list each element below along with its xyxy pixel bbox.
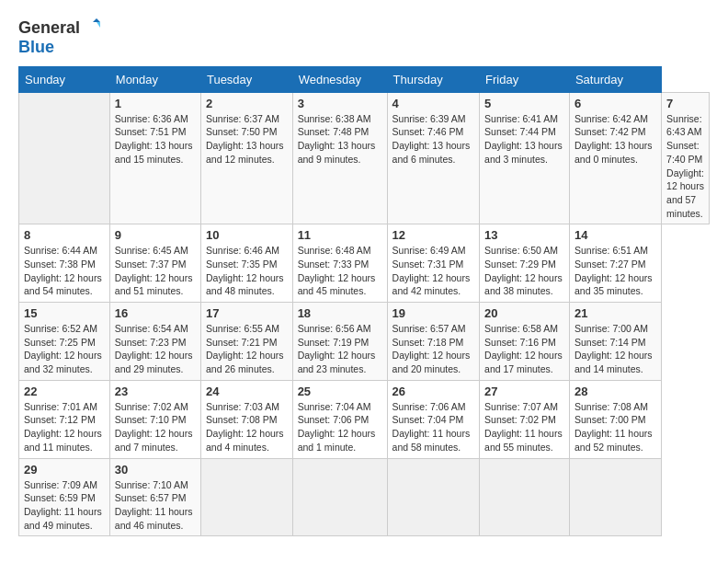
cell-content: Sunrise: 7:08 AM Sunset: 7:00 PM Dayligh… xyxy=(574,400,656,454)
day-number: 26 xyxy=(392,385,475,398)
cell-content: Sunrise: 7:07 AM Sunset: 7:02 PM Dayligh… xyxy=(484,400,564,454)
day-number: 2 xyxy=(206,97,288,110)
calendar-cell: 4Sunrise: 6:39 AM Sunset: 7:46 PM Daylig… xyxy=(387,92,480,224)
logo-general: General xyxy=(18,19,80,38)
cell-content: Sunrise: 6:46 AM Sunset: 7:35 PM Dayligh… xyxy=(206,244,288,298)
calendar-body: 1Sunrise: 6:36 AM Sunset: 7:51 PM Daylig… xyxy=(19,92,710,536)
calendar-cell: 14Sunrise: 6:51 AM Sunset: 7:27 PM Dayli… xyxy=(569,224,661,303)
day-number: 30 xyxy=(115,463,196,477)
calendar-cell: 21Sunrise: 7:00 AM Sunset: 7:14 PM Dayli… xyxy=(569,303,661,381)
calendar-cell: 10Sunrise: 6:46 AM Sunset: 7:35 PM Dayli… xyxy=(200,224,292,303)
calendar-cell: 22Sunrise: 7:01 AM Sunset: 7:12 PM Dayli… xyxy=(19,380,110,458)
calendar-cell: 20Sunrise: 6:58 AM Sunset: 7:16 PM Dayli… xyxy=(480,303,570,381)
calendar-header-row: SundayMondayTuesdayWednesdayThursdayFrid… xyxy=(19,66,710,92)
calendar-cell: 1Sunrise: 6:36 AM Sunset: 7:51 PM Daylig… xyxy=(109,92,200,224)
day-number: 3 xyxy=(298,97,382,110)
cell-content: Sunrise: 6:39 AM Sunset: 7:46 PM Dayligh… xyxy=(392,112,475,167)
day-number: 14 xyxy=(574,228,656,242)
page-header: General Blue xyxy=(18,18,710,57)
cell-content: Sunrise: 6:49 AM Sunset: 7:31 PM Dayligh… xyxy=(392,244,475,298)
calendar-cell: 3Sunrise: 6:38 AM Sunset: 7:48 PM Daylig… xyxy=(292,92,387,224)
cell-content: Sunrise: 6:57 AM Sunset: 7:18 PM Dayligh… xyxy=(392,322,475,376)
cell-content: Sunrise: 6:38 AM Sunset: 7:48 PM Dayligh… xyxy=(298,112,382,167)
day-number: 16 xyxy=(115,306,196,320)
cell-content: Sunrise: 6:45 AM Sunset: 7:37 PM Dayligh… xyxy=(115,244,196,298)
week-row-3: 15Sunrise: 6:52 AM Sunset: 7:25 PM Dayli… xyxy=(19,303,710,381)
day-number: 5 xyxy=(484,97,564,110)
calendar-cell: 24Sunrise: 7:03 AM Sunset: 7:08 PM Dayli… xyxy=(200,380,292,458)
cell-content: Sunrise: 6:56 AM Sunset: 7:19 PM Dayligh… xyxy=(298,322,382,376)
cell-content: Sunrise: 6:51 AM Sunset: 7:27 PM Dayligh… xyxy=(574,244,656,298)
calendar-cell: 8Sunrise: 6:44 AM Sunset: 7:38 PM Daylig… xyxy=(19,224,110,303)
calendar-cell: 23Sunrise: 7:02 AM Sunset: 7:10 PM Dayli… xyxy=(109,380,200,458)
day-number: 7 xyxy=(666,97,704,110)
day-number: 4 xyxy=(392,97,475,110)
week-row-2: 8Sunrise: 6:44 AM Sunset: 7:38 PM Daylig… xyxy=(19,224,710,303)
day-number: 8 xyxy=(24,228,105,242)
calendar-cell xyxy=(200,458,292,536)
day-number: 1 xyxy=(115,97,196,110)
column-header-friday: Friday xyxy=(480,66,570,92)
calendar-cell: 13Sunrise: 6:50 AM Sunset: 7:29 PM Dayli… xyxy=(480,224,570,303)
day-number: 25 xyxy=(298,385,382,398)
day-number: 23 xyxy=(115,385,196,398)
cell-content: Sunrise: 6:52 AM Sunset: 7:25 PM Dayligh… xyxy=(24,322,105,376)
calendar-cell: 26Sunrise: 7:06 AM Sunset: 7:04 PM Dayli… xyxy=(387,380,480,458)
cell-content: Sunrise: 7:01 AM Sunset: 7:12 PM Dayligh… xyxy=(24,400,105,454)
column-header-wednesday: Wednesday xyxy=(292,66,387,92)
calendar-cell: 25Sunrise: 7:04 AM Sunset: 7:06 PM Dayli… xyxy=(292,380,387,458)
column-header-saturday: Saturday xyxy=(569,66,661,92)
calendar-cell: 16Sunrise: 6:54 AM Sunset: 7:23 PM Dayli… xyxy=(109,303,200,381)
day-number: 11 xyxy=(298,228,382,242)
cell-content: Sunrise: 6:58 AM Sunset: 7:16 PM Dayligh… xyxy=(484,322,564,376)
calendar-cell: 18Sunrise: 6:56 AM Sunset: 7:19 PM Dayli… xyxy=(292,303,387,381)
cell-content: Sunrise: 6:42 AM Sunset: 7:42 PM Dayligh… xyxy=(574,112,656,167)
calendar-cell: 11Sunrise: 6:48 AM Sunset: 7:33 PM Dayli… xyxy=(292,224,387,303)
day-number: 15 xyxy=(24,306,105,320)
cell-content: Sunrise: 7:03 AM Sunset: 7:08 PM Dayligh… xyxy=(206,400,288,454)
logo-container: General Blue xyxy=(18,18,102,57)
day-number: 21 xyxy=(574,306,656,320)
calendar-cell xyxy=(569,458,661,536)
day-number: 13 xyxy=(484,228,564,242)
cell-content: Sunrise: 7:09 AM Sunset: 6:59 PM Dayligh… xyxy=(24,478,105,533)
calendar-cell: 27Sunrise: 7:07 AM Sunset: 7:02 PM Dayli… xyxy=(480,380,570,458)
cell-content: Sunrise: 7:00 AM Sunset: 7:14 PM Dayligh… xyxy=(574,322,656,376)
day-number: 18 xyxy=(298,306,382,320)
calendar-cell: 2Sunrise: 6:37 AM Sunset: 7:50 PM Daylig… xyxy=(200,92,292,224)
day-number: 9 xyxy=(115,228,196,242)
cell-content: Sunrise: 6:44 AM Sunset: 7:38 PM Dayligh… xyxy=(24,244,105,298)
cell-content: Sunrise: 6:48 AM Sunset: 7:33 PM Dayligh… xyxy=(298,244,382,298)
cell-content: Sunrise: 6:50 AM Sunset: 7:29 PM Dayligh… xyxy=(484,244,564,298)
calendar-cell: 15Sunrise: 6:52 AM Sunset: 7:25 PM Dayli… xyxy=(19,303,110,381)
week-row-5: 29Sunrise: 7:09 AM Sunset: 6:59 PM Dayli… xyxy=(19,458,710,536)
day-number: 28 xyxy=(574,385,656,398)
week-row-1: 1Sunrise: 6:36 AM Sunset: 7:51 PM Daylig… xyxy=(19,92,710,224)
day-number: 29 xyxy=(24,463,105,477)
calendar-cell xyxy=(292,458,387,536)
calendar-cell: 28Sunrise: 7:08 AM Sunset: 7:00 PM Dayli… xyxy=(569,380,661,458)
day-number: 24 xyxy=(206,385,288,398)
day-number: 6 xyxy=(574,97,656,110)
calendar-cell: 5Sunrise: 6:41 AM Sunset: 7:44 PM Daylig… xyxy=(480,92,570,224)
calendar-cell: 19Sunrise: 6:57 AM Sunset: 7:18 PM Dayli… xyxy=(387,303,480,381)
cell-content: Sunrise: 6:54 AM Sunset: 7:23 PM Dayligh… xyxy=(115,322,196,376)
cell-content: Sunrise: 7:10 AM Sunset: 6:57 PM Dayligh… xyxy=(115,478,196,533)
cell-content: Sunrise: 7:02 AM Sunset: 7:10 PM Dayligh… xyxy=(115,400,196,454)
calendar-table: SundayMondayTuesdayWednesdayThursdayFrid… xyxy=(18,66,710,537)
day-number: 20 xyxy=(484,306,564,320)
cell-content: Sunrise: 6:55 AM Sunset: 7:21 PM Dayligh… xyxy=(206,322,288,376)
column-header-sunday: Sunday xyxy=(19,66,110,92)
day-number: 12 xyxy=(392,228,475,242)
calendar-cell: 29Sunrise: 7:09 AM Sunset: 6:59 PM Dayli… xyxy=(19,458,110,536)
calendar-cell: 30Sunrise: 7:10 AM Sunset: 6:57 PM Dayli… xyxy=(109,458,200,536)
column-header-tuesday: Tuesday xyxy=(200,66,292,92)
day-number: 22 xyxy=(24,385,105,398)
day-number: 27 xyxy=(484,385,564,398)
logo: General Blue xyxy=(18,18,102,57)
calendar-cell xyxy=(19,92,110,224)
cell-content: Sunrise: 6:43 AM Sunset: 7:40 PM Dayligh… xyxy=(666,112,704,221)
calendar-cell: 7Sunrise: 6:43 AM Sunset: 7:40 PM Daylig… xyxy=(662,92,710,224)
column-header-monday: Monday xyxy=(109,66,200,92)
svg-marker-1 xyxy=(97,22,100,28)
